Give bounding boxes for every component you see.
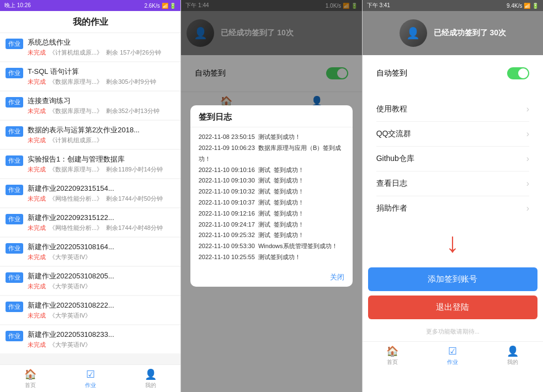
homework-badge: 作业 xyxy=(6,155,23,166)
menu-row-查看日志[interactable]: 查看日志 › xyxy=(376,171,529,196)
log-entry: 2022-11-09 10:06:23 数据库原理与应用（B）签到成功！ xyxy=(199,143,345,165)
item-course: 《大学英语IV》 xyxy=(49,253,91,261)
item-course: 《计算机组成原...》 xyxy=(49,49,103,57)
add-account-button[interactable]: 添加签到账号 xyxy=(368,267,537,291)
log-entry: 2022-11-10 09:12:16 测试 签到成功！ xyxy=(199,208,345,219)
logout-button[interactable]: 退出登陆 xyxy=(368,296,537,319)
nav-item-首页[interactable]: 🏠首页 xyxy=(363,342,423,369)
item-sub: 未完成 《大学英语IV》 xyxy=(28,341,175,349)
dialog-overlay[interactable]: 签到日志 2022-11-08 23:50:15 测试签到成功！2022-11-… xyxy=(181,0,361,392)
item-sub: 未完成 《数据库原理与...》 剩余1189小时14分钟 xyxy=(28,165,175,174)
dialog-close-button[interactable]: 关闭 xyxy=(330,273,344,281)
list-item[interactable]: 作业 实验报告1：创建与管理数据库 未完成 《数据库原理与...》 剩余1189… xyxy=(0,150,180,178)
nav-label: 我的 xyxy=(145,382,156,389)
item-sub: 未完成 《大学英语IV》 xyxy=(28,253,175,261)
dialog-footer: 关闭 xyxy=(190,267,353,287)
item-status: 未完成 xyxy=(28,49,46,57)
nav-label: 首页 xyxy=(387,358,398,366)
item-title: T-SQL 语句计算 xyxy=(28,67,175,77)
menu-row-QQ交流群[interactable]: QQ交流群 › xyxy=(376,122,529,147)
menu-row-捐助作者[interactable]: 捐助作者 › xyxy=(376,196,529,221)
avatar-3: 👤 xyxy=(400,19,427,47)
menu-label: 查看日志 xyxy=(376,179,407,189)
nav-icon: ☑ xyxy=(448,345,457,357)
dialog-body[interactable]: 2022-11-08 23:50:15 测试签到成功！2022-11-09 10… xyxy=(190,127,353,267)
item-sub: 未完成 《网络性能分析...》 剩余1744小时48分钟 xyxy=(28,224,175,232)
item-sub: 未完成 《数据库原理与...》 剩余352小时13分钟 xyxy=(28,107,175,115)
nav-item-我的[interactable]: 👤我的 xyxy=(120,365,180,392)
menu-label: QQ交流群 xyxy=(376,129,412,139)
s3-auto-checkin-row[interactable]: 自动签到 xyxy=(376,61,529,86)
list-item[interactable]: 作业 新建作业2022053108222... 未完成 《大学英语IV》 xyxy=(0,296,180,324)
item-status: 未完成 xyxy=(28,195,46,203)
homework-list: 作业 系统总线作业 未完成 《计算机组成原...》 剩余 157小时26分钟 作… xyxy=(0,33,180,364)
list-item[interactable]: 作业 系统总线作业 未完成 《计算机组成原...》 剩余 157小时26分钟 xyxy=(0,33,180,61)
item-status: 未完成 xyxy=(28,78,46,86)
menu-row-使用教程[interactable]: 使用教程 › xyxy=(376,97,529,122)
log-entry: 2022-11-10 09:10:30 测试 签到成功！ xyxy=(199,175,345,186)
homework-badge: 作业 xyxy=(6,302,23,312)
list-item[interactable]: 作业 连接查询练习 未完成 《数据库原理与...》 剩余352小时13分钟 xyxy=(0,92,180,120)
nav-item-首页[interactable]: 🏠首页 xyxy=(0,365,60,392)
list-item[interactable]: 作业 新建作业2022053108164... 未完成 《大学英语IV》 xyxy=(0,238,180,266)
item-remaining: 剩余1744小时50分钟 xyxy=(106,195,163,203)
log-entry: 2022-11-10 09:25:32 测试 签到成功！ xyxy=(199,230,345,241)
screen-2: 下午 1:44 1.0K/s 📶 🔋 👤 已经成功签到了 10次 自动签到 xyxy=(181,0,362,392)
bottom-nav-3: 🏠首页☑作业👤我的 xyxy=(363,341,543,369)
item-content: 实验报告1：创建与管理数据库 未完成 《数据库原理与...》 剩余1189小时1… xyxy=(28,154,175,174)
item-course: 《大学英语IV》 xyxy=(49,282,91,291)
s3-footer: 更多功能敬请期待... xyxy=(363,322,543,341)
item-content: 新建作业2022053108222... 未完成 《大学英语IV》 xyxy=(28,300,175,320)
nav-item-我的[interactable]: 👤我的 xyxy=(483,342,543,369)
nav-item-作业[interactable]: ☑作业 xyxy=(423,342,483,369)
item-content: 连接查询练习 未完成 《数据库原理与...》 剩余352小时13分钟 xyxy=(28,96,175,115)
homework-badge: 作业 xyxy=(6,185,23,195)
list-item[interactable]: 作业 数据的表示与运算第2次作业2018... 未完成 《计算机组成原...》 xyxy=(0,121,180,149)
item-content: T-SQL 语句计算 未完成 《数据库原理与...》 剩余305小时9分钟 xyxy=(28,67,175,86)
item-status: 未完成 xyxy=(28,136,46,144)
dialog-title: 签到日志 xyxy=(190,105,353,127)
chevron-right-icon: › xyxy=(526,104,529,114)
item-content: 新建作业2022053108233... 未完成 《大学英语IV》 xyxy=(28,330,175,349)
item-content: 数据的表示与运算第2次作业2018... 未完成 《计算机组成原...》 xyxy=(28,125,175,144)
list-item[interactable]: 作业 新建作业2022092315122... 未完成 《网络性能分析...》 … xyxy=(0,208,180,237)
list-item[interactable]: 作业 T-SQL 语句计算 未完成 《数据库原理与...》 剩余305小时9分钟 xyxy=(0,62,180,90)
item-course: 《数据库原理与...》 xyxy=(49,165,103,174)
screen-1: 晚上 10:26 2.6K/s 📶 🔋 我的作业 作业 系统总线作业 未完成 《… xyxy=(0,0,181,392)
item-title: 连接查询练习 xyxy=(28,96,175,106)
item-course: 《网络性能分析...》 xyxy=(49,224,103,232)
status-right-1: 2.6K/s 📶 🔋 xyxy=(144,3,176,9)
nav-item-作业[interactable]: ☑作业 xyxy=(60,365,120,392)
log-entry: 2022-11-10 09:10:37 测试 签到成功！ xyxy=(199,197,345,208)
item-title: 新建作业2022092315154... xyxy=(28,184,175,194)
screen1-title: 我的作业 xyxy=(0,11,180,33)
chevron-right-icon: › xyxy=(526,203,529,213)
status-right-3: 9.4K/s 📶 🔋 xyxy=(507,3,539,9)
status-bar-1: 晚上 10:26 2.6K/s 📶 🔋 xyxy=(0,0,180,11)
item-remaining: 剩余305小时9分钟 xyxy=(106,78,156,86)
menu-row-Github仓库[interactable]: Github仓库 › xyxy=(376,147,529,171)
item-course: 《数据库原理与...》 xyxy=(49,78,103,86)
homework-badge: 作业 xyxy=(6,272,23,283)
list-item[interactable]: 作业 新建作业2022092315154... 未完成 《网络性能分析...》 … xyxy=(0,179,180,207)
log-entry: 2022-11-10 09:53:30 Windows系统管理签到成功！ xyxy=(199,241,345,252)
item-course: 《大学英语IV》 xyxy=(49,312,91,320)
log-dialog: 签到日志 2022-11-08 23:50:15 测试签到成功！2022-11-… xyxy=(190,105,353,287)
item-status: 未完成 xyxy=(28,341,46,349)
nav-icon: 👤 xyxy=(507,345,519,357)
log-entry: 2022-11-08 23:50:15 测试签到成功！ xyxy=(199,132,345,143)
chevron-right-icon: › xyxy=(526,179,529,189)
list-item[interactable]: 作业 新建作业2022053108205... 未完成 《大学英语IV》 xyxy=(0,267,180,295)
homework-badge: 作业 xyxy=(6,214,23,224)
item-sub: 未完成 《大学英语IV》 xyxy=(28,312,175,320)
homework-badge: 作业 xyxy=(6,243,23,254)
item-content: 新建作业2022053108205... 未完成 《大学英语IV》 xyxy=(28,271,175,291)
s3-profile-section: 👤 已经成功签到了 30次 xyxy=(363,11,543,55)
s3-auto-checkin-toggle[interactable] xyxy=(507,67,529,79)
item-title: 数据的表示与运算第2次作业2018... xyxy=(28,125,175,135)
nav-label: 作业 xyxy=(447,358,458,366)
nav-icon: ☑ xyxy=(86,368,95,380)
list-item[interactable]: 作业 新建作业2022053108233... 未完成 《大学英语IV》 xyxy=(0,325,180,353)
item-status: 未完成 xyxy=(28,224,46,232)
item-sub: 未完成 《大学英语IV》 xyxy=(28,282,175,291)
